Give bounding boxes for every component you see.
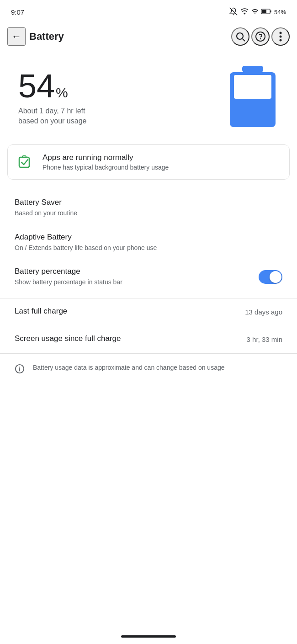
battery-time-left: About 1 day, 7 hr leftbased on your usag…	[18, 106, 86, 127]
battery-percentage-toggle-wrap	[259, 270, 282, 284]
battery-percent-number: 54	[18, 69, 55, 102]
svg-point-4	[237, 33, 243, 39]
help-button[interactable]	[251, 27, 270, 46]
battery-saver-text: Battery Saver Based on your routine	[15, 198, 77, 218]
toggle-knob	[270, 271, 281, 283]
search-button[interactable]	[231, 27, 249, 46]
more-options-button[interactable]	[271, 27, 290, 46]
svg-point-9	[280, 36, 282, 38]
help-icon	[255, 31, 266, 42]
svg-rect-13	[234, 75, 271, 99]
app-bar-actions	[231, 27, 290, 46]
back-arrow-icon: ←	[11, 31, 21, 43]
status-card-subtitle: Phone has typical background battery usa…	[42, 164, 169, 171]
svg-rect-3	[262, 10, 266, 13]
adaptive-battery-text: Adaptive Battery On / Extends battery li…	[15, 233, 157, 253]
battery-percentage-subtitle: Show battery percentage in status bar	[15, 278, 122, 287]
screen-usage-label: Screen usage since full charge	[15, 334, 121, 343]
adaptive-battery-title: Adaptive Battery	[15, 233, 157, 242]
status-icons: 54%	[229, 7, 286, 17]
battery-saver-item[interactable]: Battery Saver Based on your routine	[0, 191, 297, 225]
adaptive-battery-subtitle: On / Extends battery life based on your …	[15, 244, 157, 253]
battery-saver-title: Battery Saver	[15, 198, 77, 207]
battery-saver-subtitle: Based on your routine	[15, 209, 77, 218]
battery-percentage-toggle[interactable]	[259, 270, 282, 284]
home-indicator	[121, 635, 176, 638]
wifi-icon	[240, 7, 249, 17]
last-full-charge-text: Last full charge	[15, 307, 67, 318]
status-battery-icon	[261, 8, 271, 16]
adaptive-battery-item[interactable]: Adaptive Battery On / Extends battery li…	[0, 225, 297, 260]
footer-info: Battery usage data is approximate and ca…	[0, 354, 297, 385]
svg-point-8	[280, 32, 282, 34]
status-time: 9:07	[11, 8, 24, 16]
svg-rect-2	[270, 10, 271, 12]
battery-percentage-text: Battery percentage Show battery percenta…	[15, 267, 122, 287]
battery-percent-display: 54 %	[18, 69, 86, 102]
svg-line-0	[230, 7, 238, 15]
info-icon	[15, 364, 25, 376]
search-icon	[235, 31, 246, 42]
screen-usage-text: Screen usage since full charge	[15, 334, 121, 345]
status-battery-percent: 54%	[274, 9, 286, 16]
signal-icon	[251, 7, 259, 17]
battery-check-icon	[18, 155, 32, 170]
status-card-text: Apps are running normally Phone has typi…	[42, 153, 169, 171]
battery-icon-large	[223, 66, 282, 130]
mute-icon	[229, 7, 238, 17]
battery-percentage-item[interactable]: Battery percentage Show battery percenta…	[0, 260, 297, 294]
battery-percentage-title: Battery percentage	[15, 267, 122, 276]
svg-line-5	[243, 39, 245, 41]
settings-list: Battery Saver Based on your routine Adap…	[0, 187, 297, 298]
battery-info: 54 % About 1 day, 7 hr leftbased on your…	[18, 69, 86, 127]
svg-rect-11	[242, 66, 263, 72]
screen-usage-value: 3 hr, 33 min	[247, 335, 282, 343]
status-card-title: Apps are running normally	[42, 153, 169, 162]
battery-percent-symbol: %	[56, 85, 68, 101]
status-card-icon	[17, 154, 33, 170]
battery-visual	[228, 66, 278, 130]
status-bar: 9:07	[0, 0, 297, 22]
battery-overview: 54 % About 1 day, 7 hr leftbased on your…	[0, 51, 297, 144]
footer-note-text: Battery usage data is approximate and ca…	[33, 363, 225, 373]
svg-point-10	[280, 39, 282, 42]
last-full-charge-label: Last full charge	[15, 307, 67, 316]
last-full-charge-item: Last full charge 13 days ago	[0, 298, 297, 326]
last-full-charge-value: 13 days ago	[245, 308, 282, 316]
page-title: Battery	[29, 31, 231, 43]
status-card[interactable]: Apps are running normally Phone has typi…	[7, 144, 290, 180]
back-button[interactable]: ←	[7, 27, 26, 46]
screen-usage-item: Screen usage since full charge 3 hr, 33 …	[0, 326, 297, 353]
more-vert-icon	[279, 31, 282, 42]
svg-rect-14	[19, 157, 29, 167]
app-bar: ← Battery	[0, 22, 297, 51]
